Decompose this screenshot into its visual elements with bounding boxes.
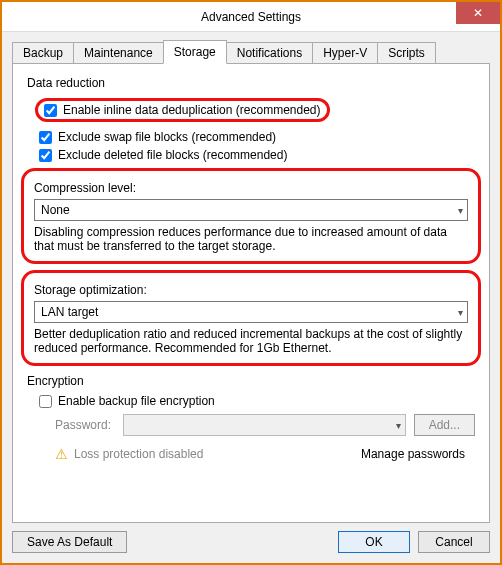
data-reduction-heading: Data reduction	[27, 76, 475, 90]
dedup-checkbox[interactable]	[44, 104, 57, 117]
storage-opt-value: LAN target	[41, 305, 98, 319]
tab-storage[interactable]: Storage	[163, 40, 227, 64]
tab-backup[interactable]: Backup	[12, 42, 74, 63]
deleted-checkbox[interactable]	[39, 149, 52, 162]
chevron-down-icon: ▾	[396, 420, 401, 431]
loss-protection-row: ⚠ Loss protection disabled Manage passwo…	[55, 446, 475, 462]
tab-strip: Backup Maintenance Storage Notifications…	[12, 40, 490, 63]
content-area: Backup Maintenance Storage Notifications…	[2, 32, 500, 563]
loss-text: Loss protection disabled	[74, 447, 203, 461]
encryption-group: Encryption Enable backup file encryption…	[27, 374, 475, 462]
deleted-row[interactable]: Exclude deleted file blocks (recommended…	[39, 148, 475, 162]
password-label: Password:	[55, 418, 115, 432]
tab-scripts[interactable]: Scripts	[377, 42, 436, 63]
add-password-button: Add...	[414, 414, 475, 436]
encryption-row[interactable]: Enable backup file encryption	[39, 394, 475, 408]
close-icon: ✕	[473, 6, 483, 20]
compression-value: None	[41, 203, 70, 217]
storage-opt-label: Storage optimization:	[34, 283, 468, 297]
bottom-button-bar: Save As Default OK Cancel	[12, 531, 490, 553]
warning-icon: ⚠	[55, 446, 68, 462]
tab-panel: Data reduction Enable inline data dedupl…	[12, 63, 490, 523]
password-select: ▾	[123, 414, 406, 436]
storage-opt-select[interactable]: LAN target ▾	[34, 301, 468, 323]
swap-label: Exclude swap file blocks (recommended)	[58, 130, 276, 144]
encryption-label: Enable backup file encryption	[58, 394, 215, 408]
swap-row[interactable]: Exclude swap file blocks (recommended)	[39, 130, 475, 144]
encryption-heading: Encryption	[27, 374, 475, 388]
window-title: Advanced Settings	[201, 10, 301, 24]
password-row: Password: ▾ Add...	[55, 414, 475, 436]
encryption-checkbox[interactable]	[39, 395, 52, 408]
chevron-down-icon: ▾	[458, 205, 463, 216]
compression-select[interactable]: None ▾	[34, 199, 468, 221]
close-button[interactable]: ✕	[456, 2, 500, 24]
tab-notifications[interactable]: Notifications	[226, 42, 313, 63]
swap-checkbox[interactable]	[39, 131, 52, 144]
storage-opt-help: Better deduplication ratio and reduced i…	[34, 327, 468, 355]
save-default-button[interactable]: Save As Default	[12, 531, 127, 553]
cancel-button[interactable]: Cancel	[418, 531, 490, 553]
compression-help: Disabling compression reduces performanc…	[34, 225, 468, 253]
highlight-dedup: Enable inline data deduplication (recomm…	[35, 98, 330, 122]
dedup-label: Enable inline data deduplication (recomm…	[63, 103, 321, 117]
compression-label: Compression level:	[34, 181, 468, 195]
chevron-down-icon: ▾	[458, 307, 463, 318]
deleted-label: Exclude deleted file blocks (recommended…	[58, 148, 287, 162]
tab-maintenance[interactable]: Maintenance	[73, 42, 164, 63]
dedup-row[interactable]: Enable inline data deduplication (recomm…	[44, 103, 321, 117]
highlight-compression: Compression level: None ▾ Disabling comp…	[21, 168, 481, 264]
tab-hyperv[interactable]: Hyper-V	[312, 42, 378, 63]
highlight-storage-opt: Storage optimization: LAN target ▾ Bette…	[21, 270, 481, 366]
ok-button[interactable]: OK	[338, 531, 410, 553]
titlebar: Advanced Settings ✕	[2, 2, 500, 32]
manage-passwords-link[interactable]: Manage passwords	[361, 447, 465, 461]
